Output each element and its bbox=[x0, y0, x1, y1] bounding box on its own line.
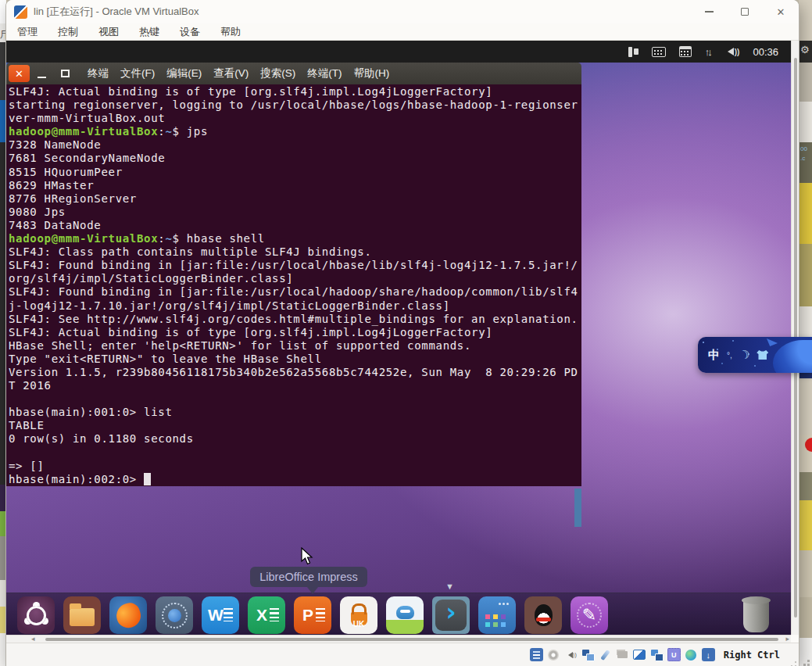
menu-hotkeys[interactable]: 热键 bbox=[139, 25, 159, 39]
dock-item-software-center[interactable]: UK bbox=[340, 596, 377, 634]
features-icon[interactable] bbox=[667, 648, 681, 661]
skin-shirt-icon[interactable] bbox=[757, 350, 768, 360]
terminal-menu-terminal[interactable]: 终端(T) bbox=[307, 66, 342, 81]
dock-item-trash[interactable] bbox=[743, 600, 769, 632]
fragment-text: 斤 bbox=[0, 28, 6, 41]
background-window-fragment-corner bbox=[799, 638, 812, 666]
keyboard-capture-icon[interactable] bbox=[702, 648, 715, 661]
dock: UK bbox=[6, 593, 791, 635]
menu-view[interactable]: 视图 bbox=[98, 25, 119, 39]
menubar: 管理 控制 视图 热键 设备 帮助 bbox=[6, 23, 799, 41]
harddisk-icon[interactable] bbox=[530, 648, 543, 661]
host-desktop-fragment-right: ⚙ 00 .c bbox=[799, 0, 812, 666]
terminal-menu-help[interactable]: 帮助(H) bbox=[354, 66, 390, 81]
gear-icon: ⚙ bbox=[800, 44, 810, 56]
active-app-indicator-icon: ▼ bbox=[445, 582, 454, 591]
screen: 斤 ⚙ 00 .c lin [正在运行] - Oracle VM Virtual… bbox=[0, 0, 812, 666]
virtualbox-logo-icon bbox=[14, 5, 27, 19]
star-dots-icon bbox=[703, 342, 704, 343]
mouse-integration-icon[interactable] bbox=[685, 648, 698, 661]
terminal-close-button[interactable]: ✕ bbox=[9, 65, 30, 82]
fragment-text: 00 bbox=[800, 145, 807, 152]
menu-control[interactable]: 控制 bbox=[58, 25, 78, 39]
resize-grip-icon[interactable] bbox=[795, 661, 797, 664]
mouse-cursor-icon bbox=[301, 547, 314, 568]
terminal-menu-search[interactable]: 搜索(S) bbox=[260, 66, 295, 81]
dock-item-terminal[interactable] bbox=[432, 596, 470, 634]
dock-item-writer[interactable] bbox=[202, 596, 239, 634]
dock-item-notes[interactable] bbox=[571, 596, 608, 634]
menu-devices[interactable]: 设备 bbox=[180, 25, 200, 39]
network-updown-icon[interactable] bbox=[705, 46, 710, 58]
dock-item-qq[interactable] bbox=[524, 596, 562, 634]
terminal-menu-edit[interactable]: 编辑(E) bbox=[166, 66, 202, 81]
dock-item-impress[interactable] bbox=[294, 596, 331, 634]
guest-top-panel: 00:36 bbox=[6, 41, 791, 63]
menu-help[interactable]: 帮助 bbox=[220, 25, 241, 39]
scroll-left-icon[interactable]: ◂ bbox=[31, 635, 35, 643]
terminal-menu-view[interactable]: 查看(V) bbox=[213, 66, 249, 81]
close-button[interactable]: ✕ bbox=[763, 0, 799, 23]
vbox-statusbar: Right Ctrl bbox=[6, 643, 799, 666]
plug-icon[interactable] bbox=[628, 47, 639, 57]
dock-item-spreadsheet[interactable] bbox=[248, 596, 285, 634]
terminal-maximize-button[interactable] bbox=[53, 65, 77, 82]
terminal-minimize-button[interactable] bbox=[30, 65, 53, 82]
vm-horizontal-scrollbar[interactable]: ◂ ▸ bbox=[6, 635, 791, 643]
terminal-titlebar[interactable]: ✕ 终端 文件(F) 编辑(E) 查看(V) 搜索(S) 终端(T) 帮助(H) bbox=[6, 63, 581, 84]
menu-manage[interactable]: 管理 bbox=[17, 25, 38, 39]
usb-icon[interactable] bbox=[599, 648, 612, 661]
volume-icon[interactable] bbox=[724, 48, 740, 56]
minimize-button[interactable] bbox=[691, 0, 727, 23]
dock-item-ubuntu-dash[interactable] bbox=[17, 596, 55, 634]
optical-disc-icon[interactable] bbox=[547, 648, 560, 661]
night-mode-icon[interactable]: ☽ bbox=[738, 347, 752, 363]
network-icon[interactable] bbox=[581, 648, 595, 661]
window-title: lin [正在运行] - Oracle VM VirtualBox bbox=[34, 5, 199, 19]
sogou-input-toolbar: 中 °, ☽ bbox=[698, 337, 812, 373]
terminal-scrollbar[interactable] bbox=[574, 489, 581, 527]
keyboard-icon[interactable] bbox=[652, 47, 666, 57]
punctuation-icon[interactable]: °, bbox=[727, 351, 732, 360]
shared-folders-icon[interactable] bbox=[616, 648, 629, 661]
software-center-label: UK bbox=[340, 620, 377, 628]
titlebar[interactable]: lin [正在运行] - Oracle VM VirtualBox ✕ bbox=[6, 0, 799, 23]
terminal-menu-app[interactable]: 终端 bbox=[88, 66, 109, 81]
guest-desktop: 00:36 ✕ 终端 文件(F) 编辑(E) 查看(V) 搜索(S) 终端(T) bbox=[6, 41, 791, 635]
dock-item-file-manager[interactable] bbox=[63, 596, 101, 634]
clock[interactable]: 00:36 bbox=[753, 46, 778, 58]
dock-item-firefox[interactable] bbox=[109, 596, 147, 634]
whale-icon bbox=[767, 337, 812, 373]
terminal-menu-file[interactable]: 文件(F) bbox=[120, 66, 155, 81]
dock-tooltip: LibreOffice Impress bbox=[250, 567, 367, 587]
fragment-text: .c bbox=[800, 155, 805, 162]
terminal-output[interactable]: SLF4J: Actual binding is of type [org.sl… bbox=[6, 84, 581, 486]
resize-grip-icon bbox=[807, 660, 810, 662]
scroll-right-icon[interactable]: ▸ bbox=[785, 635, 789, 643]
windows-icon[interactable] bbox=[650, 648, 664, 661]
chinese-mode-icon[interactable]: 中 bbox=[708, 348, 720, 363]
terminal-menubar: 终端 文件(F) 编辑(E) 查看(V) 搜索(S) 终端(T) 帮助(H) bbox=[88, 66, 389, 81]
desktop-icon-fragment bbox=[805, 438, 812, 452]
calendar-icon[interactable] bbox=[679, 46, 692, 57]
tooltip-text: LibreOffice Impress bbox=[259, 571, 357, 583]
display-icon[interactable] bbox=[633, 648, 646, 661]
terminal-window: ✕ 终端 文件(F) 编辑(E) 查看(V) 搜索(S) 终端(T) 帮助(H)… bbox=[6, 63, 581, 527]
dock-item-assistant[interactable] bbox=[386, 596, 424, 634]
host-key-hint: Right Ctrl bbox=[724, 650, 780, 661]
maximize-button[interactable] bbox=[727, 0, 763, 23]
dock-item-browser[interactable] bbox=[156, 596, 193, 634]
audio-icon[interactable] bbox=[564, 648, 578, 661]
background-window-fragment-left: 斤 bbox=[0, 0, 6, 666]
virtualbox-window: lin [正在运行] - Oracle VM VirtualBox ✕ 管理 控… bbox=[6, 0, 799, 666]
dock-item-app-grid[interactable] bbox=[478, 596, 516, 634]
